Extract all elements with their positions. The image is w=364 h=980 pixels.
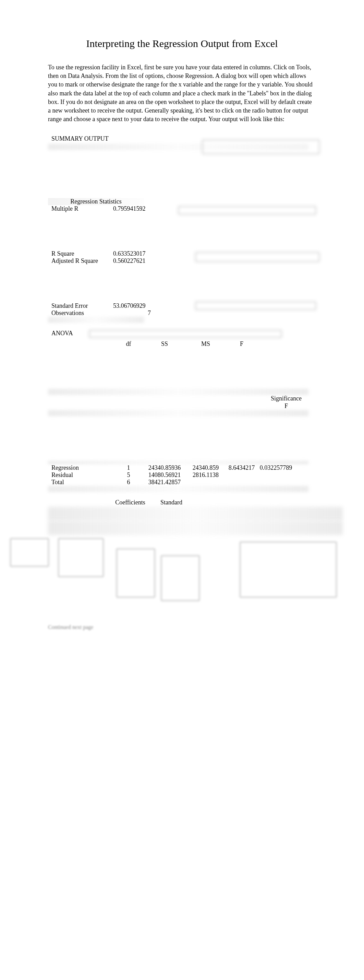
- col-coefficients: Coefficients: [110, 499, 151, 506]
- cell: 5: [113, 471, 144, 479]
- cell: [257, 471, 295, 479]
- col-f: F: [226, 340, 257, 348]
- blurred-annotation-box: [89, 330, 282, 338]
- blurred-callout-box: [240, 542, 337, 597]
- blurred-callout-box: [58, 538, 103, 577]
- intro-paragraph: To use the regression facility in Excel,…: [48, 63, 316, 124]
- col-ms: MS: [185, 340, 226, 348]
- cell: 24340.85936: [144, 464, 185, 471]
- cell: 24340.859: [185, 464, 226, 471]
- summary-output-header: SUMMARY OUTPUT: [48, 134, 147, 144]
- cell: 8.6434217: [226, 464, 257, 471]
- stat-label: Standard Error: [48, 302, 113, 310]
- anova-row-total: Total 6 38421.42857: [48, 479, 316, 486]
- blurred-annotation-box: [195, 252, 320, 262]
- cell: 38421.42857: [144, 479, 185, 486]
- cell: 1: [113, 464, 144, 471]
- blurred-row: [48, 389, 309, 395]
- blurred-annotation-box: [178, 206, 316, 215]
- cell: 0.032257789: [257, 464, 295, 471]
- stat-label: R Square: [48, 250, 113, 257]
- blurred-row: [48, 486, 309, 492]
- stat-value: 7: [113, 310, 151, 317]
- cell: [226, 471, 257, 479]
- regression-statistics-header: Regression Statistics: [48, 198, 144, 205]
- anova-header-row: df SS MS F: [48, 340, 316, 348]
- sigf-line1: Significance: [271, 395, 302, 402]
- document-page: Interpreting the Regression Output from …: [0, 0, 364, 644]
- blurred-row: [48, 317, 144, 323]
- blurred-row: [48, 507, 343, 520]
- row-label: Total: [48, 479, 113, 486]
- sigf-line2: F: [285, 402, 288, 409]
- stat-value: 53.06706929: [113, 302, 161, 310]
- blurred-annotation-box: [195, 302, 316, 310]
- cell: 2816.1138: [185, 471, 226, 479]
- cell: 14080.56921: [144, 471, 185, 479]
- col-ss: SS: [144, 340, 185, 348]
- col-significance-f: Significance F: [267, 395, 305, 410]
- coefficients-header-row: Coefficients Standard: [48, 499, 316, 506]
- stat-label: Observations: [48, 310, 113, 317]
- row-label: Regression: [48, 464, 113, 471]
- stat-row-observations: Observations 7: [48, 310, 316, 317]
- blurred-annotation-box: [202, 140, 320, 154]
- continued-note: Continued next page: [48, 624, 316, 630]
- anova-row-residual: Residual 5 14080.56921 2816.1138: [48, 471, 316, 479]
- col-df: df: [113, 340, 144, 348]
- callout-boxes-region: [48, 538, 316, 614]
- blurred-callout-box: [10, 538, 49, 566]
- stat-label: Adjusted R Square: [48, 257, 113, 264]
- col-standard: Standard: [151, 499, 192, 506]
- cell: 6: [113, 479, 144, 486]
- blurred-row: [48, 461, 309, 464]
- blurred-row: [48, 521, 343, 535]
- cell: [185, 479, 226, 486]
- blurred-callout-box: [161, 555, 199, 601]
- cell: [257, 479, 295, 486]
- stat-value: 0.633523017: [113, 250, 161, 257]
- blurred-row: [48, 410, 309, 416]
- blurred-callout-box: [117, 549, 155, 597]
- row-label: Residual: [48, 471, 113, 479]
- stat-value: 0.795941592: [113, 205, 161, 212]
- stat-label: Multiple R: [48, 205, 113, 212]
- cell: [226, 479, 257, 486]
- anova-row-regression: Regression 1 24340.85936 24340.859 8.643…: [48, 464, 316, 471]
- page-title: Interpreting the Regression Output from …: [48, 38, 316, 49]
- stat-value: 0.560227621: [113, 257, 161, 264]
